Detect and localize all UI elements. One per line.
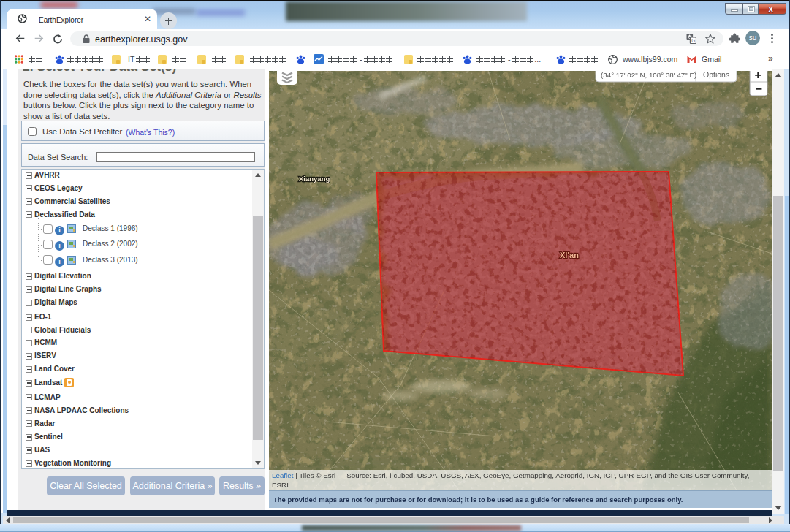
svg-text:−: −	[756, 83, 762, 95]
svg-text:(34° 17' 02" N, 108° 38' 47" E: (34° 17' 02" N, 108° 38' 47" E)	[601, 71, 696, 79]
svg-text:XI'an: XI'an	[560, 251, 579, 259]
svg-text:+: +	[755, 71, 761, 81]
svg-text:G: G	[691, 38, 695, 43]
svg-text:Options: Options	[703, 71, 729, 79]
svg-text:Xianyang: Xianyang	[299, 175, 330, 183]
